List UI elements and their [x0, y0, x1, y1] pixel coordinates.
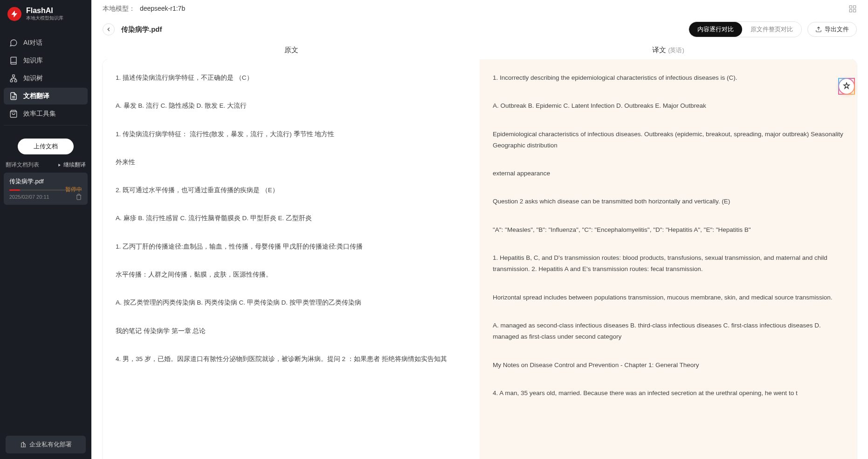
original-pane[interactable]: 1. 描述传染病流行病学特征，不正确的是 （C）A. 暴发 B. 流行 C. 隐…: [103, 59, 480, 459]
chevron-left-icon: [105, 26, 112, 33]
doc-list-header: 翻译文档列表 继续翻译: [0, 154, 91, 173]
svg-rect-0: [13, 75, 15, 77]
translated-row: A. managed as second-class infectious di…: [493, 320, 844, 343]
column-headers: 原文 译文(英语): [91, 44, 868, 59]
book-icon: [9, 56, 18, 65]
translated-row: external appearance: [493, 168, 844, 179]
export-button[interactable]: 导出文件: [807, 22, 857, 37]
nav-label: 文档翻译: [23, 92, 49, 100]
right-column-header: 译文(英语): [480, 46, 857, 55]
building-icon: [20, 441, 27, 448]
logo-title: FlashAI: [26, 7, 63, 15]
nav: AI对话 知识库 知识树 文档翻译 效率工具集: [0, 28, 91, 132]
nav-item-chat[interactable]: AI对话: [4, 35, 88, 51]
translated-row: Question 2 asks which disease can be tra…: [493, 196, 844, 207]
translated-row: 1. Incorrectly describing the epidemiolo…: [493, 72, 844, 83]
play-icon: [57, 163, 62, 167]
content: 1. 描述传染病流行病学特征，不正确的是 （C）A. 暴发 B. 流行 C. 隐…: [91, 59, 868, 459]
page-title: 传染病学.pdf: [121, 25, 162, 34]
export-label: 导出文件: [825, 25, 849, 34]
deploy-label: 企业私有化部署: [29, 440, 72, 449]
svg-rect-5: [849, 10, 852, 12]
nav-label: 知识树: [23, 74, 43, 83]
svg-rect-3: [849, 6, 852, 8]
translated-row: "A": "Measles", "B": "Influenza", "C": "…: [493, 224, 844, 236]
nav-label: 效率工具集: [23, 110, 56, 118]
chat-icon: [9, 39, 18, 47]
translated-row: 1. Hepatitis B, C, and D's transmission …: [493, 252, 844, 275]
tree-icon: [9, 74, 18, 83]
original-row: 外来性: [116, 157, 467, 168]
svg-rect-1: [10, 80, 13, 82]
tab-line-compare[interactable]: 内容逐行对比: [689, 22, 742, 37]
back-button[interactable]: [103, 23, 115, 35]
nav-item-tools[interactable]: 效率工具集: [4, 105, 88, 122]
translated-pane[interactable]: 1. Incorrectly describing the epidemiolo…: [480, 59, 857, 459]
original-row: 我的笔记 传染病学 第一章 总论: [116, 326, 467, 337]
translated-row: A. Outbreak B. Epidemic C. Latent Infect…: [493, 100, 844, 111]
translated-row: Epidemiological characteristics of infec…: [493, 129, 844, 152]
logo-icon: [7, 7, 21, 21]
translated-row: Horizontal spread includes between popul…: [493, 292, 844, 303]
main: 本地模型： deepseek-r1:7b 传染病学.pdf 内容逐行对比 原文件…: [91, 0, 868, 459]
original-row: A. 按乙类管理的丙类传染病 B. 丙类传染病 C. 甲类传染病 D. 按甲类管…: [116, 297, 467, 308]
model-name: deepseek-r1:7b: [140, 5, 185, 12]
original-row: 1. 传染病流行病学特征： 流行性(散发，暴发，流行，大流行) 季节性 地方性: [116, 129, 467, 140]
doc-status: 暂停中: [65, 186, 82, 194]
nav-item-kb[interactable]: 知识库: [4, 52, 88, 69]
document-icon: [9, 92, 18, 100]
doc-item-name: 传染病学.pdf: [9, 177, 82, 186]
original-row: 2. 既可通过水平传播，也可通过垂直传播的疾病是 （E）: [116, 185, 467, 196]
nav-item-tree[interactable]: 知识树: [4, 70, 88, 87]
topbar: 本地模型： deepseek-r1:7b: [91, 0, 868, 18]
nav-label: AI对话: [23, 39, 42, 47]
logo-subtitle: 本地大模型知识库: [26, 15, 63, 21]
delete-icon[interactable]: [76, 194, 82, 200]
grid-icon[interactable]: [848, 5, 857, 13]
original-row: 1. 描述传染病流行病学特征，不正确的是 （C）: [116, 72, 467, 83]
model-label: 本地模型：: [103, 5, 135, 12]
original-row: A. 麻疹 B. 流行性感冒 C. 流行性脑脊髓膜炎 D. 甲型肝炎 E. 乙型…: [116, 213, 467, 224]
logo: FlashAI 本地大模型知识库: [0, 0, 91, 28]
nav-label: 知识库: [23, 56, 43, 65]
left-column-header: 原文: [103, 46, 480, 55]
upload-button[interactable]: 上传文档: [18, 139, 74, 154]
svg-rect-4: [854, 6, 856, 8]
secondbar: 传染病学.pdf 内容逐行对比 原文件整页对比 导出文件: [91, 18, 868, 44]
continue-label: 继续翻译: [63, 161, 86, 169]
list-title: 翻译文档列表: [6, 161, 39, 169]
original-row: A. 暴发 B. 流行 C. 隐性感染 D. 散发 E. 大流行: [116, 100, 467, 111]
nav-separator: [4, 125, 88, 125]
tab-page-compare[interactable]: 原文件整页对比: [742, 22, 801, 37]
continue-translate-link[interactable]: 继续翻译: [57, 161, 86, 169]
ai-assistant-badge[interactable]: [838, 78, 855, 95]
sidebar: FlashAI 本地大模型知识库 AI对话 知识库 知识树 文档翻译: [0, 0, 91, 459]
svg-rect-6: [854, 10, 856, 12]
translated-row: 4. A man, 35 years old, married. Because…: [493, 388, 844, 399]
nav-item-translate[interactable]: 文档翻译: [4, 88, 88, 104]
original-row: 1. 乙丙丁肝的传播途径:血制品，输血，性传播，母婴传播 甲戊肝的传播途径:粪口…: [116, 241, 467, 252]
view-mode-toggle: 内容逐行对比 原文件整页对比: [689, 21, 802, 37]
export-icon: [815, 26, 822, 33]
enterprise-deploy-button[interactable]: 企业私有化部署: [6, 436, 86, 453]
doc-timestamp: 2025/02/07 20:11: [9, 194, 49, 200]
original-row: 水平传播：人群之间传播，黏膜，皮肤，医源性传播。: [116, 269, 467, 280]
doc-list-item[interactable]: 传染病学.pdf 暂停中 2025/02/07 20:11: [4, 173, 88, 205]
original-row: 4. 男，35 岁，已婚。因尿道口有脓性分泌物到医院就诊，被诊断为淋病。提问 2…: [116, 354, 467, 365]
svg-rect-2: [14, 80, 17, 82]
toolbox-icon: [9, 110, 18, 118]
translated-row: My Notes on Disease Control and Preventi…: [493, 360, 844, 371]
